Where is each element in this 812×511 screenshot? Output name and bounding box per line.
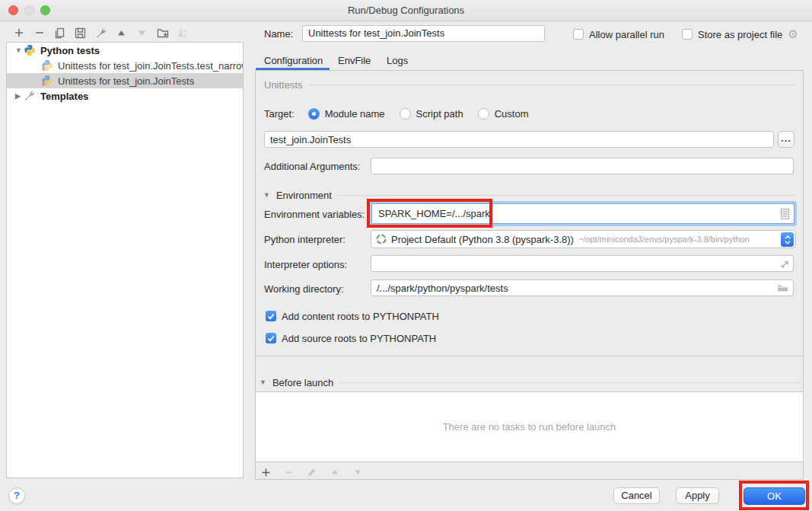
add-content-roots-label: Add content roots to PYTHONPATH — [282, 311, 439, 322]
environment-group-label: Environment — [276, 190, 332, 201]
add-content-roots-checkbox[interactable] — [266, 311, 276, 321]
script-path-radio[interactable] — [400, 108, 411, 120]
wrench-icon — [24, 90, 36, 102]
move-up-icon[interactable] — [115, 27, 128, 40]
tree-item-label: Unittests for test_join.JoinTests.test_n… — [58, 60, 243, 72]
tree-item-label: Unittests for test_join.JoinTests — [58, 75, 194, 87]
interpreter-options-label: Interpreter options: — [264, 258, 347, 272]
custom-radio-label: Custom — [495, 108, 529, 120]
tab-logs[interactable]: Logs — [387, 54, 408, 68]
name-value: Unittests for test_join.JoinTests — [308, 27, 444, 39]
additional-arguments-input[interactable] — [371, 158, 794, 174]
unittests-group-label: Unittests — [264, 79, 303, 91]
remove-icon — [282, 466, 295, 479]
custom-radio[interactable] — [478, 108, 489, 120]
add-content-roots-row: Add content roots to PYTHONPATH — [266, 310, 439, 322]
new-folder-icon[interactable] — [156, 27, 169, 40]
environment-group-header: ▼ Environment — [263, 189, 796, 201]
annotation-ok-button — [739, 481, 809, 510]
tree-item-templates[interactable]: ▶ Templates — [7, 88, 243, 104]
window-controls — [8, 5, 50, 15]
python-interpreter-label: Python interpreter: — [264, 233, 345, 247]
add-source-roots-label: Add source roots to PYTHONPATH — [282, 333, 436, 344]
python-test-icon — [41, 75, 53, 87]
svg-text:a: a — [183, 28, 186, 33]
chevron-right-icon[interactable]: ▶ — [15, 92, 24, 100]
add-source-roots-row: Add source roots to PYTHONPATH — [266, 332, 436, 344]
minimize-window-button — [24, 5, 34, 15]
copy-icon[interactable] — [53, 27, 66, 40]
name-label: Name: — [264, 27, 293, 41]
edit-templates-icon[interactable] — [94, 27, 107, 40]
tree-item-unittests-test-narrow[interactable]: Unittests for test_join.JoinTests.test_n… — [7, 58, 243, 73]
python-interpreter-path: ~/opt/miniconda3/envs/pyspark-3.8/bin/py… — [578, 235, 750, 244]
before-launch-empty-text: There are no tasks to run before launch — [443, 421, 616, 433]
configurations-tree: ▼ Python tests Unittests for test_join.J… — [6, 42, 244, 478]
folder-icon[interactable] — [777, 283, 788, 292]
window-title: Run/Debug Configurations — [0, 0, 812, 21]
python-test-icon — [41, 59, 53, 72]
tree-item-label: Python tests — [40, 45, 100, 56]
svg-text:z: z — [183, 34, 186, 38]
browse-target-button[interactable]: ... — [778, 131, 794, 148]
collapse-triangle-icon[interactable]: ▼ — [260, 378, 266, 386]
dropdown-stepper-icon[interactable] — [781, 232, 794, 247]
configuration-section-divider — [255, 356, 804, 356]
before-launch-toolbar — [260, 465, 364, 479]
move-up-icon — [328, 466, 341, 479]
annotation-environment-variables — [367, 199, 492, 228]
active-tab-indicator — [256, 68, 330, 70]
tree-item-unittests-jointests-selected[interactable]: Unittests for test_join.JoinTests — [7, 73, 243, 88]
edit-icon — [305, 466, 318, 479]
working-directory-label: Working directory: — [264, 283, 344, 296]
cancel-button[interactable]: Cancel — [613, 487, 660, 504]
tree-item-label: Templates — [40, 91, 88, 102]
gear-icon[interactable]: ⚙ — [788, 29, 798, 40]
zoom-window-button[interactable] — [40, 5, 50, 15]
working-directory-input[interactable]: /.../spark/python/pyspark/tests — [371, 279, 794, 296]
allow-parallel-run-checkbox[interactable] — [573, 29, 584, 40]
python-interpreter-value: Project Default (Python 3.8 (pyspark-3.8… — [391, 234, 574, 245]
apply-button[interactable]: Apply — [676, 487, 719, 504]
before-launch-task-list[interactable]: There are no tasks to run before launch — [256, 391, 803, 462]
move-down-icon — [351, 466, 364, 479]
store-project-file-checkbox-row: Store as project file ⚙ — [682, 28, 798, 40]
store-as-project-file-label: Store as project file — [698, 29, 782, 40]
add-icon[interactable] — [12, 27, 25, 40]
collapse-triangle-icon[interactable]: ▼ — [263, 191, 270, 199]
remove-icon[interactable] — [33, 27, 46, 40]
expand-field-icon[interactable] — [779, 259, 788, 268]
before-launch-group-label: Before launch — [272, 377, 333, 388]
help-button[interactable]: ? — [8, 487, 25, 504]
module-name-radio-label: Module name — [325, 108, 385, 120]
group-divider-line — [309, 85, 796, 85]
tab-configuration[interactable]: Configuration — [264, 54, 323, 68]
target-row: Target: Module name Script path Custom — [264, 107, 528, 120]
browse-variables-icon[interactable] — [781, 209, 789, 219]
allow-parallel-run-checkbox-row: Allow parallel run — [573, 28, 664, 40]
python-interpreter-select[interactable]: Project Default (Python 3.8 (pyspark-3.8… — [371, 230, 796, 248]
interpreter-options-input[interactable] — [371, 255, 794, 272]
close-window-button[interactable] — [8, 5, 18, 15]
name-input[interactable]: Unittests for test_join.JoinTests — [302, 25, 545, 42]
tab-envfile[interactable]: EnvFile — [338, 54, 371, 68]
tree-item-python-tests[interactable]: ▼ Python tests — [7, 43, 243, 58]
save-icon[interactable] — [74, 27, 87, 40]
unittests-group-header: Unittests — [264, 78, 796, 91]
working-directory-value: /.../spark/python/pyspark/tests — [377, 283, 508, 294]
title-bar: Run/Debug Configurations — [0, 0, 812, 21]
add-source-roots-checkbox[interactable] — [266, 333, 276, 343]
store-as-project-file-checkbox[interactable] — [682, 29, 693, 40]
group-divider-line — [338, 195, 796, 196]
allow-parallel-run-label: Allow parallel run — [589, 29, 664, 40]
script-path-radio-label: Script path — [416, 108, 463, 120]
group-divider-line — [339, 382, 801, 383]
sort-alphabetically-icon: az — [177, 27, 189, 40]
target-label: Target: — [264, 108, 295, 120]
conda-environment-icon — [376, 234, 387, 244]
add-icon[interactable] — [260, 466, 272, 479]
chevron-down-icon[interactable]: ▼ — [15, 46, 24, 54]
before-launch-group-header: ▼ Before launch — [260, 376, 801, 388]
module-name-radio[interactable] — [308, 108, 320, 120]
target-input[interactable]: test_join.JoinTests — [264, 131, 774, 148]
